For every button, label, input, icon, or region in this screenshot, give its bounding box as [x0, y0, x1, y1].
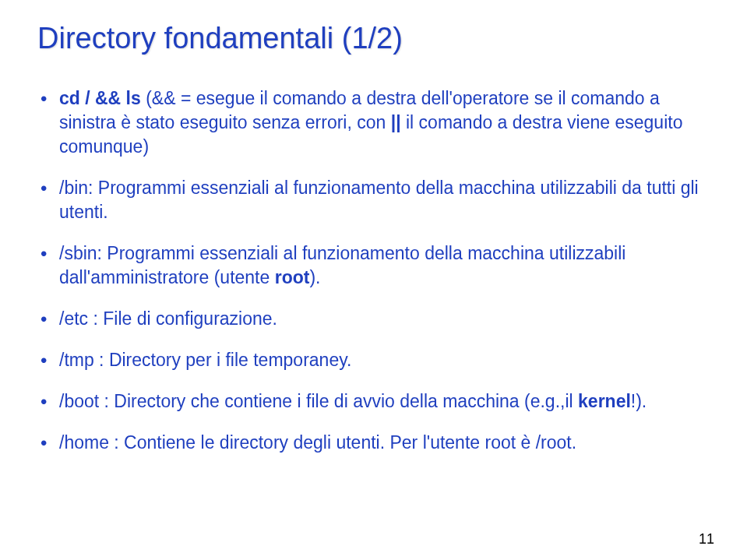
list-item: /bin: Programmi essenziali al funzioname…: [59, 176, 710, 224]
list-item: /etc : File di configurazione.: [59, 307, 710, 331]
slide-title: Directory fondamentali (1/2): [37, 22, 710, 55]
list-item: /sbin: Programmi essenziali al funzionam…: [59, 241, 710, 290]
slide: Directory fondamentali (1/2) cd / && ls …: [0, 0, 747, 560]
list-item: /tmp : Directory per i file temporaney.: [59, 348, 710, 372]
page-number: 11: [699, 531, 714, 548]
bullet-list: cd / && ls (&& = esegue il comando a des…: [37, 86, 710, 456]
list-item: cd / && ls (&& = esegue il comando a des…: [59, 86, 710, 159]
list-item: /home : Contiene le directory degli uten…: [59, 431, 710, 455]
list-item: /boot : Directory che contiene i file di…: [59, 389, 710, 414]
